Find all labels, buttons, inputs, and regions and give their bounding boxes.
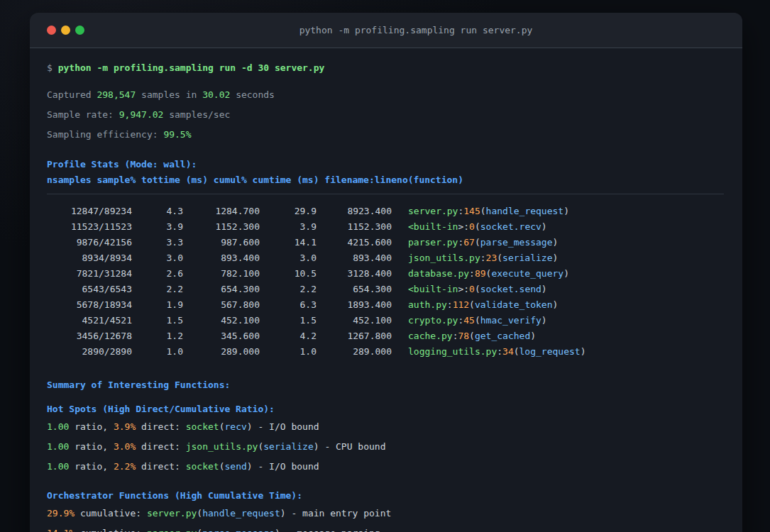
nsamples-cell: 7821/31284 <box>47 266 132 282</box>
maximize-button[interactable] <box>75 26 84 35</box>
summary-heading: Summary of Interesting Functions: <box>47 378 724 392</box>
function-name: handle_request <box>202 508 280 519</box>
cumtime-cell: 452.100 <box>317 313 392 328</box>
sample-pct-cell: 3.3 <box>132 235 183 250</box>
bound-description: - I/O bound <box>253 421 319 432</box>
minimize-button[interactable] <box>61 26 70 35</box>
tottime-cell: 1284.700 <box>183 204 260 219</box>
ratio-value: 1.00 <box>47 441 69 452</box>
sample-pct-cell: 1.0 <box>132 344 183 360</box>
cumtime-cell: 654.300 <box>317 282 392 297</box>
cumul-pct-cell: 14.1 <box>260 235 317 250</box>
window-title: python -m profiling.sampling run server.… <box>104 25 728 35</box>
cumtime-cell: 8923.400 <box>317 204 392 219</box>
function-cell: <built-in>:0(socket.recv) <box>408 219 547 235</box>
nsamples-cell: 8934/8934 <box>47 250 132 266</box>
stats-table: 12847/892344.31284.70029.98923.400server… <box>47 204 724 360</box>
table-divider <box>47 194 724 194</box>
target-name: socket <box>186 461 219 472</box>
function-name: send <box>225 461 247 472</box>
cumulative-pct-value: 29.9% <box>47 508 75 519</box>
table-row: 5678/189341.9567.8006.31893.400auth.py:1… <box>47 297 724 313</box>
captured-seconds-value: 30.02 <box>202 89 230 100</box>
file-name: server.py <box>147 508 197 519</box>
function-cell: auth.py:112(validate_token) <box>408 297 558 313</box>
tottime-cell: 567.800 <box>183 297 260 313</box>
target-name: json_utils.py <box>186 441 258 452</box>
captured-suffix-label: seconds <box>230 89 275 100</box>
cumtime-cell: 1267.800 <box>317 328 392 344</box>
function-cell: database.py:89(execute_query) <box>408 266 569 282</box>
nsamples-cell: 6543/6543 <box>47 282 132 297</box>
cumul-pct-cell: 1.5 <box>260 313 317 328</box>
tottime-cell: 1152.300 <box>183 219 260 235</box>
table-row: 11523/115233.91152.3003.91152.300<built-… <box>47 219 724 235</box>
bound-description: - CPU bound <box>319 441 386 452</box>
tottime-cell: 782.100 <box>183 266 260 282</box>
function-name: recv <box>225 421 247 432</box>
role-description: - message parsing <box>280 528 380 532</box>
direct-pct-value: 3.0% <box>114 441 136 452</box>
terminal-window: python -m profiling.sampling run server.… <box>30 13 742 532</box>
bound-description: - I/O bound <box>253 461 319 472</box>
captured-line: Captured 298,547 samples in 30.02 second… <box>47 88 724 102</box>
nsamples-cell: 9876/42156 <box>47 235 132 250</box>
tottime-cell: 893.400 <box>183 250 260 266</box>
profile-stats-heading: Profile Stats (Mode: wall): <box>47 157 724 172</box>
role-description: - main entry point <box>286 508 392 519</box>
cumtime-cell: 1893.400 <box>317 297 392 313</box>
tottime-cell: 452.100 <box>183 313 260 328</box>
table-row: 3456/126781.2345.6004.21267.800cache.py:… <box>47 328 724 344</box>
function-cell: logging_utils.py:34(log_request) <box>408 344 585 360</box>
sample-pct-cell: 1.2 <box>132 328 183 344</box>
sample-pct-cell: 2.6 <box>132 266 183 282</box>
table-row: 9876/421563.3987.60014.14215.600parser.p… <box>47 235 724 250</box>
function-name: parse_message <box>202 528 275 532</box>
sample-pct-cell: 2.2 <box>132 282 183 297</box>
sample-pct-cell: 3.0 <box>132 250 183 266</box>
table-row: 12847/892344.31284.70029.98923.400server… <box>47 204 724 219</box>
hotspot-item: 1.00 ratio, 3.0% direct: json_utils.py(s… <box>47 440 724 454</box>
table-row: 4521/45211.5452.1001.5452.100crypto.py:4… <box>47 313 724 328</box>
sample-rate-line: Sample rate: 9,947.02 samples/sec <box>47 108 724 122</box>
terminal-titlebar[interactable]: python -m profiling.sampling run server.… <box>30 13 742 48</box>
cumul-pct-cell: 29.9 <box>260 204 317 219</box>
table-row: 6543/65432.2654.3002.2654.300<built-in>:… <box>47 282 724 297</box>
function-cell: json_utils.py:23(serialize) <box>408 250 558 266</box>
traffic-lights <box>30 26 104 35</box>
cumul-pct-cell: 3.0 <box>260 250 317 266</box>
tottime-cell: 345.600 <box>183 328 260 344</box>
captured-label: Captured <box>47 89 97 100</box>
function-cell: <built-in>:0(socket.send) <box>408 282 547 297</box>
cumul-pct-cell: 10.5 <box>260 266 317 282</box>
captured-mid-label: samples in <box>136 89 202 100</box>
file-name: parser.py <box>147 528 197 532</box>
function-cell: server.py:145(handle_request) <box>408 204 569 219</box>
nsamples-cell: 11523/11523 <box>47 219 132 235</box>
sample-rate-unit: samples/sec <box>163 109 230 120</box>
orchestrator-item: 29.9% cumulative: server.py(handle_reque… <box>47 506 724 521</box>
ratio-value: 1.00 <box>47 421 69 432</box>
close-button[interactable] <box>47 26 56 35</box>
function-name: serialize <box>263 441 313 452</box>
tottime-cell: 654.300 <box>183 282 260 297</box>
target-name: socket <box>186 421 219 432</box>
efficiency-label: Sampling efficiency: <box>47 129 163 140</box>
direct-pct-value: 2.2% <box>114 461 136 472</box>
nsamples-cell: 4521/4521 <box>47 313 132 328</box>
sample-rate-label: Sample rate: <box>47 109 119 120</box>
cumul-pct-cell: 2.2 <box>260 282 317 297</box>
stats-columns-header: nsamples sample% tottime (ms) cumul% cum… <box>47 173 724 187</box>
hotspots-heading: Hot Spots (High Direct/Cumulative Ratio)… <box>47 402 724 416</box>
sample-pct-cell: 1.9 <box>132 297 183 313</box>
cumtime-cell: 4215.600 <box>317 235 392 250</box>
efficiency-line: Sampling efficiency: 99.5% <box>47 128 724 142</box>
terminal-content[interactable]: $ python -m profiling.sampling run -d 30… <box>30 48 742 532</box>
tottime-cell: 987.600 <box>183 235 260 250</box>
command-line: $ python -m profiling.sampling run -d 30… <box>47 61 724 75</box>
efficiency-value: 99.5% <box>163 129 191 140</box>
desktop-background: python -m profiling.sampling run server.… <box>0 0 770 532</box>
function-cell: crypto.py:45(hmac_verify) <box>408 313 547 328</box>
hotspot-item: 1.00 ratio, 3.9% direct: socket(recv) - … <box>47 420 724 434</box>
captured-samples-value: 298,547 <box>97 89 136 100</box>
